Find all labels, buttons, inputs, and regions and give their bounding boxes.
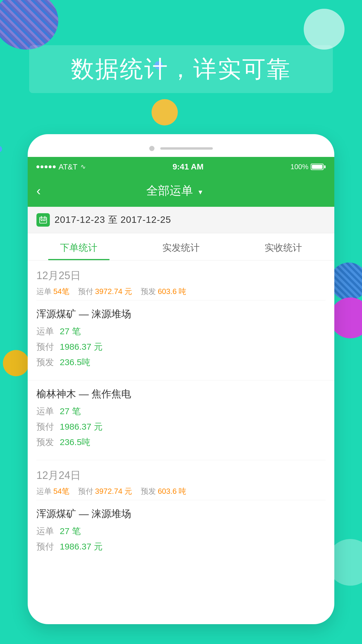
battery-body — [311, 164, 324, 170]
route-order-value-2: 27 笔 — [60, 405, 81, 417]
tab-order-label: 下单统计 — [60, 242, 97, 253]
route-order-label-2: 运单 — [36, 405, 60, 417]
route-stat-prepay-2: 预付 1986.37 元 — [36, 421, 326, 433]
date-filter-bar[interactable]: 2017-12-23 至 2017-12-25 — [28, 207, 334, 233]
phone-dot — [149, 146, 154, 151]
svg-rect-6 — [44, 220, 45, 221]
preship-label: 预发 — [141, 286, 156, 297]
route-order-label-3: 运单 — [36, 525, 60, 537]
decorative-striped-circle-right — [330, 262, 362, 300]
prepay-label: 预付 — [78, 286, 93, 297]
nav-bar: ‹ 全部运单 ▾ — [28, 177, 334, 207]
svg-rect-5 — [43, 220, 44, 221]
route-prepay-value-2: 1986.37 元 — [60, 421, 103, 433]
decorative-striped-circle-top-left — [0, 0, 58, 50]
route-order-value-1: 27 笔 — [60, 326, 81, 337]
order-label-2: 运单 — [36, 486, 52, 496]
route-name-1: 浑源煤矿 — 涞源堆场 — [36, 307, 326, 321]
date-section-title-dec24: 12月24日 — [36, 468, 326, 483]
date-section-dec25: 12月25日 运单 54笔 预付 3972.74 元 预发 603.6 吨 — [28, 260, 334, 300]
calendar-icon — [36, 213, 50, 227]
route-name-3: 浑源煤矿 — 涞源堆场 — [36, 507, 326, 521]
nav-title: 全部运单 ▾ — [41, 183, 308, 199]
route-preship-label-1: 预发 — [36, 356, 60, 368]
back-button[interactable]: ‹ — [36, 183, 41, 198]
status-bar-right: 100% — [291, 163, 326, 171]
route-item-2: 榆林神木 — 焦作焦电 运单 27 笔 预付 1986.37 元 预发 236.… — [28, 380, 334, 460]
prepay-value: 3972.74 元 — [95, 286, 132, 297]
route-prepay-label-3: 预付 — [36, 541, 60, 553]
prepay-label-2: 预付 — [78, 486, 93, 496]
tab-received-statistics[interactable]: 实收统计 — [232, 233, 334, 260]
nav-title-text: 全部运单 — [146, 184, 193, 197]
headline-container: 数据统计，详实可靠 — [29, 45, 333, 93]
route-item-1: 浑源煤矿 — 涞源堆场 运单 27 笔 预付 1986.37 元 预发 236.… — [28, 300, 334, 380]
tab-shipped-statistics[interactable]: 实发统计 — [130, 233, 232, 260]
battery-fill — [312, 165, 322, 169]
signal-dot — [36, 165, 39, 168]
date-range-text: 2017-12-23 至 2017-12-25 — [55, 214, 171, 226]
preship-label-2: 预发 — [141, 486, 156, 496]
tab-bar: 下单统计 实发统计 实收统计 — [28, 233, 334, 260]
route-preship-label-2: 预发 — [36, 436, 60, 448]
signal-dot — [49, 165, 52, 168]
status-bar: AT&T ∿ 9:41 AM 100% — [28, 157, 334, 177]
decorative-blue-dot-left — [0, 146, 2, 152]
route-stat-prepay-3: 预付 1986.37 元 — [36, 541, 326, 553]
route-prepay-value-3: 1986.37 元 — [60, 541, 103, 553]
order-label: 运单 — [36, 286, 52, 297]
calendar-icon-wrapper — [36, 213, 50, 227]
decorative-yellow-circle-left — [3, 350, 29, 376]
signal-dot — [41, 165, 43, 168]
route-stat-order-3: 运单 27 笔 — [36, 525, 326, 537]
wifi-icon: ∿ — [80, 163, 86, 171]
route-order-label-1: 运单 — [36, 326, 60, 337]
date-section-title-dec25: 12月25日 — [36, 269, 326, 283]
status-bar-left: AT&T ∿ — [36, 162, 86, 172]
date-section-dec24: 12月24日 运单 54笔 预付 3972.74 元 预发 603.6 吨 — [28, 460, 334, 500]
route-prepay-label-2: 预付 — [36, 421, 60, 433]
decorative-yellow-circle — [152, 99, 178, 125]
route-order-value-3: 27 笔 — [60, 525, 81, 537]
tab-order-statistics[interactable]: 下单统计 — [28, 233, 130, 260]
nav-dropdown-icon[interactable]: ▾ — [198, 188, 202, 196]
preship-value-2: 603.6 吨 — [158, 486, 186, 496]
svg-rect-4 — [41, 220, 42, 221]
route-stat-preship-1: 预发 236.5吨 — [36, 356, 326, 368]
tab-shipped-label: 实发统计 — [162, 242, 200, 253]
route-prepay-value-1: 1986.37 元 — [60, 341, 103, 353]
route-stat-order-1: 运单 27 笔 — [36, 326, 326, 337]
carrier-label: AT&T — [59, 162, 78, 172]
route-prepay-label-1: 预付 — [36, 341, 60, 353]
signal-dot — [53, 165, 56, 168]
order-value-2: 54笔 — [53, 486, 69, 496]
battery-icon — [311, 164, 326, 170]
content-area: 12月25日 运单 54笔 预付 3972.74 元 预发 603.6 吨 浑源… — [28, 260, 334, 564]
date-section-summary-dec25: 运单 54笔 预付 3972.74 元 预发 603.6 吨 — [36, 286, 326, 297]
route-stat-preship-2: 预发 236.5吨 — [36, 436, 326, 448]
tab-received-label: 实收统计 — [265, 242, 302, 253]
signal-dot — [45, 165, 48, 168]
route-name-2: 榆林神木 — 焦作焦电 — [36, 387, 326, 401]
route-preship-value-2: 236.5吨 — [60, 436, 90, 448]
status-bar-time: 9:41 AM — [173, 162, 203, 172]
prepay-value-2: 3972.74 元 — [95, 486, 132, 496]
route-preship-value-1: 236.5吨 — [60, 356, 90, 368]
phone-mockup: AT&T ∿ 9:41 AM 100% ‹ 全部运单 ▾ — [28, 134, 334, 624]
preship-value: 603.6 吨 — [158, 286, 186, 297]
phone-top-indicator — [28, 143, 334, 157]
signal-indicator — [36, 165, 56, 168]
route-stat-order-2: 运单 27 笔 — [36, 405, 326, 417]
decorative-white-circle-top-right — [304, 9, 345, 50]
order-value: 54笔 — [53, 286, 69, 297]
battery-tip — [324, 165, 326, 168]
date-section-summary-dec24: 运单 54笔 预付 3972.74 元 预发 603.6 吨 — [36, 486, 326, 496]
route-stat-prepay-1: 预付 1986.37 元 — [36, 341, 326, 353]
route-item-3: 浑源煤矿 — 涞源堆场 运单 27 笔 预付 1986.37 元 — [28, 500, 334, 564]
battery-percentage: 100% — [291, 163, 308, 171]
headline-text: 数据统计，详实可靠 — [41, 54, 321, 84]
decorative-purple-circle — [330, 298, 362, 338]
phone-bar — [160, 147, 213, 150]
